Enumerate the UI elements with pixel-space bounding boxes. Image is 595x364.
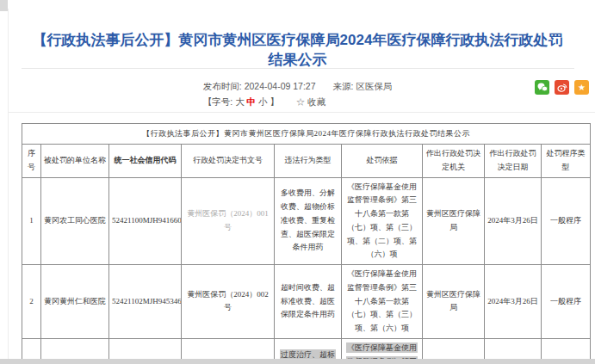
fontsize-large-button[interactable]: 大 xyxy=(235,96,245,107)
page-title: 【行政执法事后公开】黄冈市黄州区医疗保障局2024年医疗保障行政执法行政处罚结果… xyxy=(26,31,569,71)
favorite-button[interactable]: 收藏 xyxy=(307,96,325,107)
publish-time-label: 发布时间: xyxy=(203,81,242,91)
corner-artifact xyxy=(0,0,8,11)
source-value: 区医保局 xyxy=(356,81,392,91)
star-glyph: ★ xyxy=(578,83,586,92)
col-header-unit: 被处罚的单位名称 xyxy=(41,145,109,178)
weibo-share-icon[interactable] xyxy=(555,80,569,95)
cell-authority: 黄州区医疗保障局 xyxy=(423,265,485,339)
favorite-star-icon[interactable]: ☆ xyxy=(296,96,306,107)
col-header-violation: 违法行为类型 xyxy=(275,145,342,178)
weibo-eye-glyph xyxy=(557,83,567,92)
cell-procedure: 一般程序 xyxy=(542,177,591,265)
penalty-results-table: 【行政执法事后公开】黄冈市黄州区医疗保障局2024年医疗保障行政执法行政处罚结果… xyxy=(22,123,591,364)
cell-basis: 《医疗保障基金使用监督管理条例》第三十八条第一款第（七）项、第（三）项、第（二）… xyxy=(342,177,423,265)
cell-no: 1 xyxy=(22,177,41,265)
fontsize-suffix: 】 xyxy=(270,96,279,107)
publish-info-line: 发布时间: 2024-04-09 17:27 来源: 区医保局 xyxy=(203,79,392,93)
cell-procedure: 一般程序 xyxy=(542,265,591,339)
fontsize-medium-button[interactable]: 中 xyxy=(247,96,257,107)
wechat-share-icon[interactable] xyxy=(535,80,549,95)
cell-authority: 黄州区医疗保障局 xyxy=(423,177,485,265)
page-bottom-strip xyxy=(0,359,595,364)
fontsize-favorite-line: 【字号: 大 中 小 】 ☆ 收藏 xyxy=(203,95,392,108)
table-caption: 【行政执法事后公开】黄冈市黄州区医疗保障局2024年医疗保障行政执法行政处罚结果… xyxy=(22,124,591,145)
col-header-doc-no: 行政处罚决定书文号 xyxy=(182,145,275,178)
col-header-basis: 处罚依据 xyxy=(342,145,423,178)
cell-unit: 黄冈黄州仁和医院 xyxy=(41,265,109,339)
col-header-no: 序号 xyxy=(22,145,41,178)
title-divider xyxy=(22,68,574,69)
cell-unit: 黄冈农工同心医院 xyxy=(41,177,109,265)
col-header-authority: 作出行政处罚决定机关 xyxy=(423,145,485,178)
meta-area: 发布时间: 2024-04-09 17:27 来源: 区医保局 【字号: 大 中… xyxy=(0,79,595,108)
col-header-date: 作出行政处罚决定日期 xyxy=(485,145,542,178)
cell-credit-code: 52421100MJH941660U xyxy=(109,177,182,265)
cell-basis: 《医疗保障基金使用监督管理条例》第三十八条第一款第（七）项、第（三）项、第（六）… xyxy=(342,265,423,339)
cell-doc-no: 黄州医保罚（2024）001号 xyxy=(182,177,275,265)
cell-violation: 超时间收费、超标准收费、超医保限定条件用药 xyxy=(275,265,342,339)
table-header-row: 序号 被处罚的单位名称 统一社会信用代码 行政处罚决定书文号 违法行为类型 处罚… xyxy=(22,145,591,178)
cell-violation: 多收费用、分解收费、超物价标准收费、重复检查、超医保限定条件用药 xyxy=(275,177,342,265)
page: 【行政执法事后公开】黄冈市黄州区医疗保障局2024年医疗保障行政执法行政处罚结果… xyxy=(0,0,595,364)
content-divider xyxy=(9,112,595,113)
publish-time-value: 2024-04-09 17:27 xyxy=(245,81,316,91)
cell-no: 2 xyxy=(22,265,41,339)
fontsize-small-button[interactable]: 小 xyxy=(258,96,268,107)
fontsize-prefix: 【字号: xyxy=(203,96,232,107)
table-row: 2 黄冈黄州仁和医院 52421102MJH9453465 黄州医保罚（2024… xyxy=(22,265,591,339)
source-label: 来源: xyxy=(332,81,353,91)
star-favorite-icon[interactable]: ★ xyxy=(574,80,589,95)
page-left-edge xyxy=(8,9,9,364)
cell-credit-code: 52421102MJH9453465 xyxy=(109,265,182,339)
table-row: 1 黄冈农工同心医院 52421100MJH941660U 黄州医保罚（2024… xyxy=(22,177,591,265)
cell-doc-no: 黄州医保罚（2024）002号 xyxy=(182,265,275,339)
share-toolbar: ★ xyxy=(535,80,589,95)
cell-date: 2024年3月26日 xyxy=(485,265,542,339)
cell-date: 2024年3月26日 xyxy=(485,177,542,265)
col-header-procedure: 处罚程序类型 xyxy=(542,145,591,178)
col-header-credit-code: 统一社会信用代码 xyxy=(109,145,182,178)
wechat-bubbles-glyph xyxy=(537,83,548,92)
